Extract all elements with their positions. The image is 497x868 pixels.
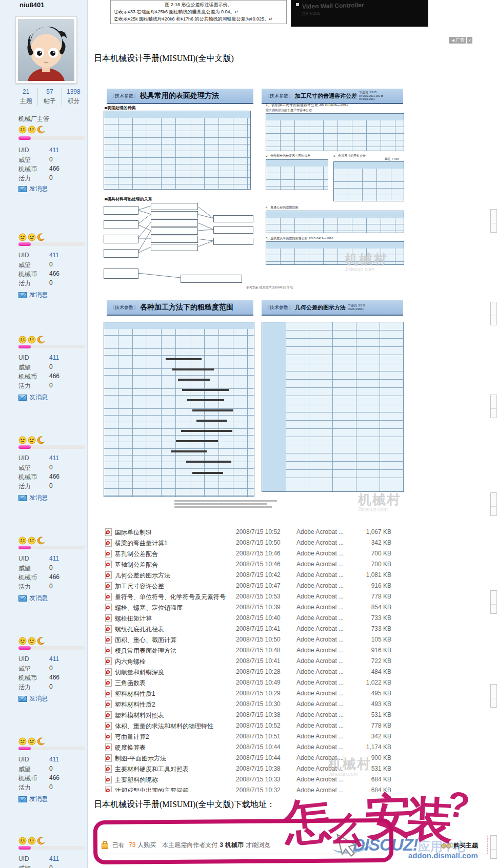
attachment-name[interactable]: 注塑成型中出现的主要问题	[115, 787, 189, 792]
attachment-name[interactable]: 横梁的弯曲量计算1	[115, 539, 168, 548]
clipped-side-widget[interactable]	[490, 684, 497, 708]
attachment-row[interactable]: 量符号、单位符号、化学符号及元素符号 2008/7/15 10:53 Adobe…	[104, 591, 391, 602]
field-label: 活力	[18, 382, 31, 390]
stat-value[interactable]: 57	[38, 88, 61, 95]
smiley-icon	[28, 126, 36, 134]
attachment-row[interactable]: 体积、重量的求法和材料的物理特性 2008/7/15 10:52 Adobe A…	[104, 720, 391, 731]
attachment-name[interactable]: 切削量和斜锲深度	[115, 668, 164, 677]
attachment-size: 1,022 KB	[366, 679, 391, 686]
send-message-link[interactable]: 发消息	[18, 393, 48, 402]
clipped-side-widget[interactable]	[490, 835, 497, 859]
progress-fill	[18, 136, 31, 140]
attachment-name[interactable]: 基轴制公差配合	[115, 561, 158, 569]
send-message-link[interactable]: 发消息	[18, 184, 48, 193]
attachment-name[interactable]: 主要塑料的呢称	[115, 776, 158, 784]
attachment-name[interactable]: 硬度换算表	[115, 743, 146, 752]
avatar[interactable]	[15, 16, 77, 84]
attachment-name[interactable]: 面积、重心、截面计算	[115, 636, 176, 645]
attachment-row[interactable]: 螺栓扭矩计算 2008/7/15 10:40 Adobe Acrobat ...…	[104, 613, 391, 624]
attachment-list: 国际单位制SI 2008/7/15 10:52 Adobe Acrobat ..…	[104, 527, 391, 792]
clipped-side-widget[interactable]	[490, 590, 497, 614]
send-message-label[interactable]: 发消息	[29, 291, 48, 299]
attachment-name[interactable]: 加工尺寸容许公差	[115, 582, 164, 591]
attachment-row[interactable]: 螺纹孔底孔孔径表 2008/7/15 10:41 Adobe Acrobat .…	[104, 624, 391, 634]
field-value[interactable]: 411	[49, 756, 59, 763]
username[interactable]: niu8401	[19, 1, 44, 9]
flow-box	[181, 275, 242, 283]
attachment-name[interactable]: 制图-平面图示方法	[115, 754, 166, 763]
send-message-link[interactable]: 发消息	[18, 493, 48, 502]
attachment-name[interactable]: 塑料材料性质2	[115, 700, 155, 709]
field-value[interactable]: 411	[49, 454, 59, 462]
attachment-name[interactable]: 体积、重量的求法和材料的物理特性	[115, 722, 213, 731]
level-progress-bar	[18, 345, 85, 348]
attachment-name[interactable]: 模具常用表面处理方法	[115, 647, 176, 655]
stat-value[interactable]: 1398	[62, 88, 85, 95]
field-value[interactable]: 411	[49, 555, 59, 562]
attachment-row[interactable]: 切削量和斜锲深度 2008/7/15 10:28 Adobe Acrobat .…	[104, 667, 391, 677]
attachment-name[interactable]: 量符号、单位符号、化学符号及元素符号	[115, 593, 226, 602]
attachment-name[interactable]: 螺纹孔底孔孔径表	[115, 625, 164, 634]
attachment-name[interactable]: 国际单位制SI	[115, 528, 151, 537]
attachment-row[interactable]: 弯曲量计算2 2008/7/15 10:51 Adobe Acrobat ...…	[104, 731, 391, 742]
scanned-page-2[interactable]: 〔技术参数〕 各种加工方法下的粗糙度范围 〔技术参数〕 几何公差的图示方法 节选…	[97, 296, 411, 510]
attachment-row[interactable]: 加工尺寸容许公差 2008/7/15 10:47 Adobe Acrobat .…	[104, 581, 391, 591]
attachment-name[interactable]: 主要材料硬度和工具对照表	[115, 765, 189, 774]
attachment-name[interactable]: 三角函数表	[115, 679, 146, 688]
attachment-row[interactable]: 几何公差的图示方法 2008/7/15 10:42 Adobe Acrobat …	[104, 570, 391, 581]
attachment-name[interactable]: 塑料模材料对照表	[115, 711, 164, 720]
attachment-row[interactable]: 螺栓、螺塞、定位销强度 2008/7/15 10:39 Adobe Acroba…	[104, 602, 391, 613]
attachment-row[interactable]: 面积、重心、截面计算 2008/7/15 10:50 Adobe Acrobat…	[104, 634, 391, 645]
stat-value[interactable]: 21	[14, 88, 37, 95]
attachment-name[interactable]: 几何公差的图示方法	[115, 571, 170, 580]
attachment-row[interactable]: 硬度换算表 2008/7/15 10:44 Adobe Acrobat ... …	[104, 742, 391, 753]
attachment-row[interactable]: 塑料材料性质1 2008/7/15 10:29 Adobe Acrobat ..…	[104, 688, 391, 699]
ad-label[interactable]: 广告	[449, 37, 466, 44]
attachment-row[interactable]: 基孔制公差配合 2008/7/15 10:46 Adobe Acrobat ..…	[104, 548, 391, 559]
ad-close-button[interactable]: ×	[467, 37, 472, 44]
send-message-label[interactable]: 发消息	[29, 493, 48, 502]
attachment-name[interactable]: 螺栓、螺塞、定位销强度	[115, 604, 183, 612]
scanned-page-1[interactable]: 〔技术参数〕 模具常用的表面处理方法 〔技术参数〕 加工尺寸的普通容许公差 节选…	[97, 73, 411, 291]
attachment-row[interactable]: 内六角螺栓 2008/7/15 10:41 Adobe Acrobat ... …	[104, 656, 391, 667]
stat-label: 积分	[62, 97, 85, 106]
attachment-row[interactable]: 三角函数表 2008/7/15 10:49 Adobe Acrobat ... …	[104, 677, 391, 688]
send-message-label[interactable]: 发消息	[29, 184, 48, 193]
field-value[interactable]: 411	[49, 252, 59, 259]
avatar-image	[18, 19, 74, 81]
field-value[interactable]: 411	[49, 655, 59, 663]
field-value[interactable]: 411	[49, 147, 59, 154]
send-message-label[interactable]: 发消息	[29, 694, 48, 703]
watermark-cn: 机械村	[328, 757, 371, 771]
attachment-row[interactable]: 塑料材料性质2 2008/7/15 10:30 Adobe Acrobat ..…	[104, 699, 391, 710]
clipped-side-widget[interactable]	[490, 492, 497, 516]
attachment-row[interactable]: 塑料模材料对照表 2008/7/15 10:38 Adobe Acrobat .…	[104, 710, 391, 720]
attachment-type: Adobe Acrobat ...	[296, 690, 344, 697]
ad-banner[interactable]: Video Wall Controller DB-6000	[291, 0, 428, 27]
send-message-link[interactable]: 发消息	[18, 291, 48, 299]
field-value[interactable]: 411	[49, 855, 59, 862]
field-value: 0	[49, 665, 53, 672]
clipped-side-widget[interactable]	[490, 395, 497, 418]
send-message-link[interactable]: 发消息	[18, 594, 48, 603]
attachment-row[interactable]: 基轴制公差配合 2008/7/15 10:46 Adobe Acrobat ..…	[104, 559, 391, 570]
attachment-row[interactable]: 模具常用表面处理方法 2008/7/15 10:48 Adobe Acrobat…	[104, 645, 391, 656]
send-message-label[interactable]: 发消息	[29, 594, 48, 603]
send-message-link[interactable]: 发消息	[18, 795, 48, 803]
attachment-name[interactable]: 内六角螺栓	[115, 657, 146, 666]
send-message-label[interactable]: 发消息	[29, 795, 48, 803]
attachment-row[interactable]: 横梁的弯曲量计算1 2008/7/15 10:50 Adobe Acrobat …	[104, 538, 391, 548]
attachment-name[interactable]: 塑料材料性质1	[115, 690, 155, 698]
clipped-side-widget[interactable]	[490, 209, 497, 233]
send-message-link[interactable]: 发消息	[18, 694, 48, 703]
attachment-name[interactable]: 螺栓扭矩计算	[115, 614, 152, 623]
envelope-icon	[18, 595, 27, 602]
header-title: 几何公差的图示方法	[295, 304, 346, 312]
field-value[interactable]: 411	[49, 354, 59, 361]
attachment-name[interactable]: 弯曲量计算2	[115, 733, 149, 741]
attachment-name[interactable]: 基孔制公差配合	[115, 550, 158, 559]
attachment-row[interactable]: 国际单位制SI 2008/7/15 10:52 Adobe Acrobat ..…	[104, 527, 391, 538]
clipped-side-widget[interactable]	[490, 302, 497, 325]
send-message-label[interactable]: 发消息	[29, 393, 48, 402]
attachment-type: Adobe Acrobat ...	[296, 647, 344, 654]
